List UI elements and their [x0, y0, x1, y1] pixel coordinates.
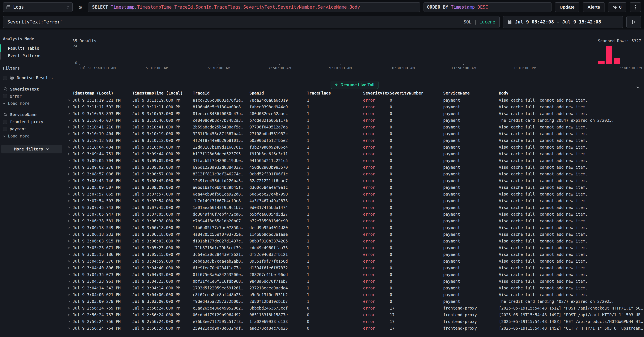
table-row[interactable]: >Jul 9 3:10:19.404 PMJul 9 3:10:19.000 P…: [65, 130, 644, 137]
row-expand-chevron-icon[interactable]: >: [65, 103, 72, 110]
column-header-traceflags[interactable]: TraceFlags: [307, 91, 363, 95]
column-header-severitynumber[interactable]: SeverityNumber: [390, 91, 443, 95]
filter-option-frontend-proxy[interactable]: frontend-proxy: [0, 119, 65, 124]
update-button[interactable]: Update: [555, 2, 580, 12]
row-expand-chevron-icon[interactable]: >: [65, 312, 72, 318]
column-header-traceid[interactable]: TraceId: [193, 91, 250, 95]
table-row[interactable]: >Jul 9 3:03:00.278 PMJul 9 3:03:00.000 P…: [65, 298, 644, 305]
row-expand-chevron-icon[interactable]: >: [65, 157, 72, 164]
table-row[interactable]: >Jul 9 3:04:59.370 PMJul 9 3:04:59.000 P…: [65, 258, 644, 265]
kebab-menu-button[interactable]: ⋮: [630, 2, 641, 12]
table-row[interactable]: >Jul 9 3:04:06.021 PMJul 9 3:04:06.000 P…: [65, 291, 644, 298]
filter-group-header[interactable]: SeverityText: [0, 87, 65, 91]
sidebar-item-event-patterns[interactable]: Event Patterns: [0, 52, 65, 59]
saved-views-button[interactable]: 0: [608, 2, 626, 12]
table-row[interactable]: >Jul 9 2:56:24.757 PMJul 9 2:56:24.000 P…: [65, 312, 644, 318]
row-expand-chevron-icon[interactable]: >: [65, 164, 72, 171]
table-row[interactable]: >Jul 9 3:08:45.746 PMJul 9 3:08:45.000 P…: [65, 177, 644, 184]
sidebar-item-results-table[interactable]: Results Table: [0, 44, 65, 52]
table-row[interactable]: >Jul 9 3:06:38.581 PMJul 9 3:06:38.000 P…: [65, 218, 644, 224]
row-expand-chevron-icon[interactable]: >: [65, 137, 72, 144]
table-row[interactable]: >Jul 9 3:07:54.503 PMJul 9 3:07:54.000 P…: [65, 197, 644, 204]
run-query-button[interactable]: [626, 16, 641, 28]
search-input[interactable]: SeverityText:"error" SQL | Lucene: [3, 16, 500, 28]
row-expand-chevron-icon[interactable]: >: [65, 150, 72, 157]
load-more-severitytext[interactable]: Load more: [0, 101, 65, 106]
column-header-body[interactable]: Body: [499, 91, 644, 95]
table-row[interactable]: >Jul 9 3:04:35.073 PMJul 9 3:04:35.000 P…: [65, 271, 644, 278]
stream-selector[interactable]: Logs: [3, 2, 72, 12]
table-row[interactable]: >Jul 9 3:09:02.278 PMJul 9 3:09:02.000 P…: [65, 164, 644, 171]
table-row[interactable]: >Jul 9 3:10:41.210 PMJul 9 3:10:41.000 P…: [65, 124, 644, 130]
histogram-bar[interactable]: [606, 46, 612, 64]
row-expand-chevron-icon[interactable]: >: [65, 171, 72, 177]
table-row[interactable]: >Jul 9 3:09:05.704 PMJul 9 3:09:05.000 P…: [65, 157, 644, 164]
row-expand-chevron-icon[interactable]: >: [65, 291, 72, 298]
histogram-bar[interactable]: [614, 58, 620, 64]
row-expand-chevron-icon[interactable]: >: [65, 258, 72, 265]
row-expand-chevron-icon[interactable]: >: [65, 218, 72, 224]
row-expand-chevron-icon[interactable]: >: [65, 110, 72, 117]
column-header-timestamp-local-[interactable]: Timestamp (Local): [72, 91, 132, 95]
row-expand-chevron-icon[interactable]: >: [65, 204, 72, 211]
table-row[interactable]: >Jul 9 3:04:14.343 PMJul 9 3:04:14.000 P…: [65, 285, 644, 291]
row-expand-chevron-icon[interactable]: >: [65, 285, 72, 291]
row-expand-chevron-icon[interactable]: >: [65, 211, 72, 218]
table-row[interactable]: >Jul 9 2:56:24.759 PMJul 9 2:56:24.000 P…: [65, 305, 644, 312]
table-row[interactable]: >Jul 9 3:09:44.751 PMJul 9 3:09:44.000 P…: [65, 150, 644, 157]
row-expand-chevron-icon[interactable]: >: [65, 265, 72, 271]
mode-toggle-lucene[interactable]: Lucene: [479, 19, 495, 24]
filter-checkbox[interactable]: [3, 127, 7, 131]
row-expand-chevron-icon[interactable]: >: [65, 224, 72, 231]
table-row[interactable]: >Jul 9 3:11:11.592 PMJul 9 3:11:11.000 P…: [65, 103, 644, 110]
row-expand-chevron-icon[interactable]: >: [65, 144, 72, 150]
row-expand-chevron-icon[interactable]: >: [65, 97, 72, 103]
denoise-checkbox[interactable]: [3, 76, 7, 80]
table-row[interactable]: >Jul 9 3:07:45.743 PMJul 9 3:07:45.000 P…: [65, 204, 644, 211]
row-expand-chevron-icon[interactable]: >: [65, 177, 72, 184]
row-expand-chevron-icon[interactable]: >: [65, 184, 72, 191]
row-expand-chevron-icon[interactable]: >: [65, 197, 72, 204]
table-row[interactable]: >Jul 9 3:07:57.865 PMJul 9 3:07:57.000 P…: [65, 191, 644, 197]
table-row[interactable]: >Jul 9 3:04:23.961 PMJul 9 3:04:23.000 P…: [65, 278, 644, 285]
filter-option-error[interactable]: error: [0, 94, 65, 98]
more-filters-button[interactable]: More filters: [1, 145, 62, 153]
histogram-bar[interactable]: [598, 61, 604, 64]
filter-option-payment[interactable]: payment: [0, 127, 65, 131]
table-row[interactable]: >Jul 9 3:06:18.549 PMJul 9 3:06:18.000 P…: [65, 224, 644, 231]
table-row[interactable]: >Jul 9 3:05:15.186 PMJul 9 3:05:15.000 P…: [65, 251, 644, 258]
row-expand-chevron-icon[interactable]: >: [65, 244, 72, 251]
column-header-servicename[interactable]: ServiceName: [443, 91, 499, 95]
table-row[interactable]: >Jul 9 3:11:19.321 PMJul 9 3:11:19.000 P…: [65, 97, 644, 103]
table-row[interactable]: >Jul 9 3:07:05.947 PMJul 9 3:07:05.000 P…: [65, 211, 644, 218]
row-expand-chevron-icon[interactable]: >: [65, 305, 72, 312]
table-row[interactable]: >Jul 9 3:10:04.484 PMJul 9 3:10:04.000 P…: [65, 144, 644, 150]
row-expand-chevron-icon[interactable]: >: [65, 238, 72, 244]
mode-toggle-sql[interactable]: SQL: [464, 19, 472, 24]
row-expand-chevron-icon[interactable]: >: [65, 191, 72, 197]
table-row[interactable]: >Jul 9 3:10:12.903 PMJul 9 3:10:12.000 P…: [65, 137, 644, 144]
row-expand-chevron-icon[interactable]: >: [65, 117, 72, 124]
filter-group-header[interactable]: ServiceName: [0, 112, 65, 117]
row-expand-chevron-icon[interactable]: >: [65, 318, 72, 325]
download-icon[interactable]: [635, 84, 641, 90]
settings-gear-icon[interactable]: ⚙: [76, 2, 85, 12]
table-row[interactable]: >Jul 9 2:56:24.754 PMJul 9 2:56:24.000 P…: [65, 325, 644, 332]
column-header-timestamptime-local-[interactable]: TimestampTime (Local): [132, 91, 193, 95]
row-expand-chevron-icon[interactable]: >: [65, 271, 72, 278]
filter-checkbox[interactable]: [3, 120, 7, 124]
row-expand-chevron-icon[interactable]: >: [65, 130, 72, 137]
row-expand-chevron-icon[interactable]: >: [65, 325, 72, 332]
table-row[interactable]: >Jul 9 2:56:24.756 PMJul 9 2:56:24.000 P…: [65, 318, 644, 325]
table-row[interactable]: >Jul 9 3:10:53.893 PMJul 9 3:10:53.000 P…: [65, 110, 644, 117]
alerts-button[interactable]: Alerts: [583, 2, 605, 12]
row-expand-chevron-icon[interactable]: >: [65, 231, 72, 238]
table-row[interactable]: >Jul 9 3:04:40.806 PMJul 9 3:04:40.000 P…: [65, 265, 644, 271]
sql-query-editor[interactable]: SELECT Timestamp, TimestampTime,TraceId,…: [88, 2, 420, 12]
table-row[interactable]: >Jul 9 3:05:23.671 PMJul 9 3:05:23.000 P…: [65, 244, 644, 251]
table-row[interactable]: >Jul 9 3:06:03.915 PMJul 9 3:06:03.000 P…: [65, 238, 644, 244]
column-header-severitytext[interactable]: SeverityText: [363, 91, 390, 95]
time-range-picker[interactable]: Jul 9 03:42:08 - Jul 9 15:42:08: [503, 16, 623, 28]
row-expand-chevron-icon[interactable]: >: [65, 251, 72, 258]
order-by-editor[interactable]: ORDER BY Timestamp DESC: [424, 2, 552, 12]
